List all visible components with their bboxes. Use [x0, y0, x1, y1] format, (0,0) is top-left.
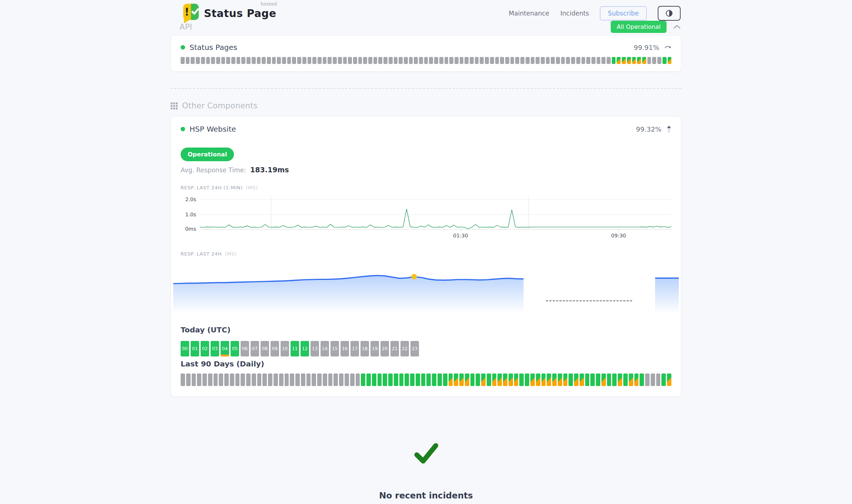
uptime-bar[interactable]: [475, 57, 479, 64]
uptime-bar[interactable]: [476, 373, 480, 386]
uptime-bar[interactable]: [206, 57, 210, 64]
uptime-bar[interactable]: [581, 57, 586, 64]
uptime-bar[interactable]: [363, 57, 367, 64]
uptime-bar[interactable]: [505, 57, 509, 64]
uptime-bar[interactable]: [312, 57, 316, 64]
uptime-bar[interactable]: [632, 57, 636, 64]
hour-block[interactable]: 10: [281, 341, 289, 356]
uptime-bar[interactable]: [623, 373, 628, 386]
nav-incidents[interactable]: Incidents: [560, 10, 589, 17]
uptime-bar[interactable]: [235, 373, 240, 386]
uptime-bar[interactable]: [492, 373, 497, 386]
uptime-bar[interactable]: [556, 57, 560, 64]
uptime-bar[interactable]: [586, 57, 590, 64]
uptime-bar[interactable]: [414, 57, 418, 64]
uptime-bar[interactable]: [373, 57, 378, 64]
uptime-bar[interactable]: [399, 57, 403, 64]
uptime-bar[interactable]: [394, 57, 398, 64]
uptime-bar[interactable]: [645, 373, 650, 386]
hour-block[interactable]: 09: [271, 341, 279, 356]
uptime-bar[interactable]: [590, 373, 595, 386]
uptime-bar[interactable]: [409, 57, 413, 64]
uptime-bar[interactable]: [432, 373, 436, 386]
uptime-bar[interactable]: [525, 373, 529, 386]
uptime-bar[interactable]: [356, 373, 360, 386]
uptime-bar[interactable]: [652, 57, 656, 64]
uptime-bar[interactable]: [503, 373, 507, 386]
uptime-bar[interactable]: [642, 57, 646, 64]
uptime-bar[interactable]: [495, 57, 499, 64]
uptime-bar[interactable]: [272, 57, 276, 64]
uptime-bar[interactable]: [279, 373, 284, 386]
uptime-bar[interactable]: [629, 373, 633, 386]
uptime-bar[interactable]: [568, 373, 573, 386]
uptime-bar[interactable]: [546, 57, 550, 64]
uptime-bar[interactable]: [661, 373, 666, 386]
uptime-bar[interactable]: [657, 57, 661, 64]
uptime-bar[interactable]: [252, 57, 256, 64]
uptime-bar[interactable]: [345, 373, 349, 386]
uptime-bar[interactable]: [252, 373, 256, 386]
hour-block[interactable]: 17: [350, 341, 359, 356]
uptime-bar[interactable]: [449, 57, 453, 64]
hour-block[interactable]: 05: [231, 341, 239, 356]
uptime-bar[interactable]: [312, 373, 316, 386]
uptime-bar[interactable]: [520, 57, 524, 64]
uptime-bar[interactable]: [353, 57, 357, 64]
uptime-bar[interactable]: [596, 373, 600, 386]
uptime-bar[interactable]: [481, 373, 486, 386]
uptime-bar[interactable]: [323, 57, 327, 64]
uptime-bar[interactable]: [426, 373, 431, 386]
uptime-bar[interactable]: [328, 373, 333, 386]
uptime-bar[interactable]: [509, 373, 513, 386]
uptime-bar[interactable]: [622, 57, 626, 64]
uptime-bar[interactable]: [378, 373, 382, 386]
uptime-bar[interactable]: [186, 57, 190, 64]
uptime-bar[interactable]: [383, 373, 387, 386]
chevron-up-icon[interactable]: [673, 25, 681, 29]
uptime-bar[interactable]: [290, 373, 294, 386]
uptime-bar[interactable]: [439, 57, 443, 64]
uptime-bar[interactable]: [302, 57, 306, 64]
uptime-bar[interactable]: [226, 57, 230, 64]
uptime-bar[interactable]: [515, 57, 519, 64]
uptime-bar[interactable]: [333, 57, 337, 64]
uptime-bar[interactable]: [257, 57, 261, 64]
uptime-bar[interactable]: [566, 57, 570, 64]
uptime-bar[interactable]: [571, 57, 575, 64]
uptime-bar[interactable]: [323, 373, 327, 386]
hour-block[interactable]: 20: [380, 341, 389, 356]
uptime-bar[interactable]: [196, 57, 200, 64]
uptime-bar[interactable]: [485, 57, 489, 64]
refresh-icon[interactable]: [664, 45, 671, 50]
hour-block[interactable]: 02: [201, 341, 209, 356]
uptime-bar[interactable]: [612, 373, 617, 386]
uptime-bar[interactable]: [526, 57, 530, 64]
uptime-bar[interactable]: [295, 373, 300, 386]
uptime-bar[interactable]: [262, 373, 267, 386]
uptime-bar[interactable]: [416, 373, 420, 386]
hour-block[interactable]: 14: [321, 341, 329, 356]
uptime-bar[interactable]: [541, 373, 546, 386]
subscribe-button[interactable]: Subscribe: [600, 6, 647, 20]
uptime-bar[interactable]: [536, 57, 540, 64]
uptime-bar[interactable]: [490, 57, 494, 64]
hour-block[interactable]: 01: [191, 341, 199, 356]
uptime-bar[interactable]: [656, 373, 661, 386]
chart1-plot-area[interactable]: [200, 196, 671, 230]
uptime-bar[interactable]: [306, 373, 311, 386]
uptime-bar[interactable]: [449, 373, 453, 386]
uptime-bar[interactable]: [348, 57, 352, 64]
uptime-bar[interactable]: [563, 373, 568, 386]
theme-toggle-button[interactable]: [658, 6, 681, 21]
hour-block[interactable]: 13: [311, 341, 319, 356]
uptime-bar[interactable]: [464, 57, 469, 64]
hour-block[interactable]: 04: [221, 341, 229, 356]
uptime-bar[interactable]: [470, 57, 474, 64]
uptime-bar[interactable]: [668, 57, 672, 64]
uptime-bar[interactable]: [601, 57, 606, 64]
uptime-bar[interactable]: [262, 57, 266, 64]
uptime-bar[interactable]: [597, 57, 601, 64]
uptime-bar[interactable]: [465, 373, 469, 386]
uptime-bar[interactable]: [419, 57, 423, 64]
